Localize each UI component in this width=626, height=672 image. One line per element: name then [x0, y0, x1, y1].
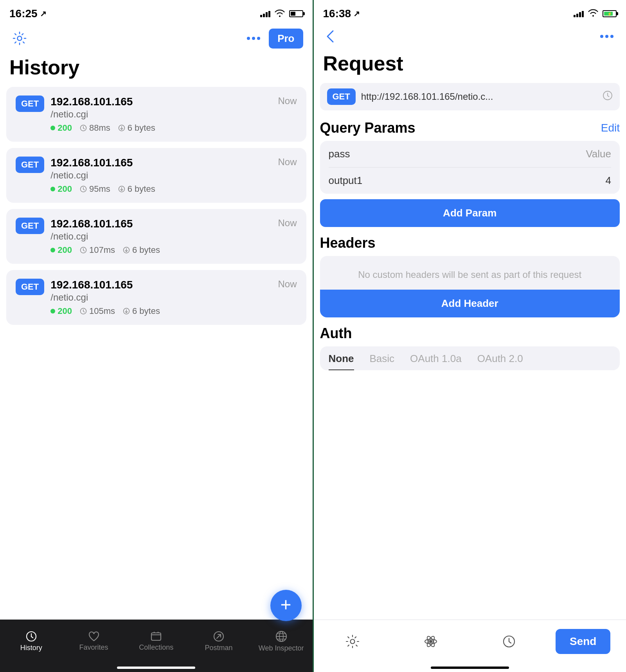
- size-icon-3: [123, 247, 130, 254]
- left-tab-bar: History Favorites Collections Postman: [0, 620, 313, 667]
- url-history-icon[interactable]: [603, 90, 613, 103]
- right-battery-icon: ⚡: [603, 10, 617, 17]
- back-chevron-icon: [326, 30, 334, 43]
- more-options-button[interactable]: [244, 34, 263, 43]
- tab-web-inspector[interactable]: Web Inspector: [250, 623, 313, 659]
- auth-tab-oauth1[interactable]: OAuth 1.0a: [410, 353, 462, 370]
- signal-bar-1: [260, 15, 262, 17]
- card-ip-4: 192.168.101.165: [50, 279, 133, 291]
- auth-tabs: None Basic OAuth 1.0a OAuth 2.0: [320, 346, 620, 370]
- right-location-icon: ↗: [353, 9, 360, 18]
- history-item-2[interactable]: GET 192.168.101.165 Now /netio.cgi 200 9…: [6, 148, 306, 203]
- tab-collections[interactable]: Collections: [125, 623, 187, 659]
- param-value-pass: Value: [586, 148, 611, 160]
- atom-toolbar-button[interactable]: [392, 634, 470, 649]
- param-row-output1[interactable]: output1 4: [320, 168, 620, 194]
- postman-tab-icon: [213, 631, 225, 642]
- left-status-icons: [260, 9, 303, 19]
- history-list: GET 192.168.101.165 Now /netio.cgi 200 8…: [0, 87, 313, 620]
- auth-tab-basic[interactable]: Basic: [370, 353, 395, 370]
- svg-point-15: [351, 639, 355, 643]
- headers-title: Headers: [320, 235, 376, 251]
- settings-toolbar-button[interactable]: [314, 634, 392, 649]
- signal-bar-4: [268, 11, 270, 17]
- pro-button[interactable]: Pro: [269, 29, 303, 49]
- history-toolbar-icon: [502, 634, 516, 649]
- tab-history-label: History: [20, 644, 42, 652]
- query-params-section: Query Params Edit pass Value output1 4 A…: [314, 120, 626, 227]
- query-params-edit-button[interactable]: Edit: [601, 122, 620, 134]
- tab-history[interactable]: History: [0, 623, 63, 659]
- auth-header: Auth: [320, 325, 620, 342]
- settings-toolbar-icon: [345, 634, 360, 649]
- param-row-pass[interactable]: pass Value: [320, 141, 620, 167]
- right-wifi-icon: [588, 8, 599, 19]
- send-button-container[interactable]: Send: [548, 629, 626, 654]
- clock-icon-2: [80, 186, 87, 193]
- left-wifi-icon: [274, 9, 285, 19]
- card-time-1: Now: [278, 95, 297, 106]
- card-stats-1: 200 88ms 6 bytes: [50, 123, 297, 133]
- left-header: Pro: [0, 25, 313, 52]
- settings-button[interactable]: [9, 28, 30, 49]
- tab-postman[interactable]: Postman: [187, 623, 250, 659]
- right-signal-bar-4: [582, 11, 584, 17]
- plus-icon: +: [280, 595, 291, 614]
- url-method-badge: GET: [327, 88, 356, 105]
- auth-title: Auth: [320, 325, 352, 342]
- back-button[interactable]: [323, 28, 337, 45]
- tab-web-inspector-label: Web Inspector: [259, 644, 304, 652]
- page-title: History: [0, 52, 313, 87]
- left-time: 16:25 ↗: [9, 7, 47, 20]
- request-scroll-area[interactable]: GET http://192.168.101.165/netio.c... Qu…: [314, 83, 626, 620]
- history-item-4[interactable]: GET 192.168.101.165 Now /netio.cgi 200 1…: [6, 270, 306, 325]
- clock-icon-1: [80, 124, 87, 132]
- right-toolbar: Send: [314, 620, 626, 667]
- card-stats-2: 200 95ms 6 bytes: [50, 184, 297, 194]
- right-panel: 16:38 ↗ ⚡: [314, 0, 626, 672]
- right-home-indicator-bar: [314, 667, 626, 672]
- size-icon-1: [118, 124, 125, 132]
- card-content-4: 192.168.101.165 Now /netio.cgi 200 105ms…: [50, 279, 297, 316]
- card-path-4: /netio.cgi: [50, 292, 297, 303]
- signal-bar-2: [263, 14, 265, 17]
- right-time: 16:38 ↗: [323, 7, 360, 20]
- request-page-title: Request: [314, 48, 626, 83]
- tab-favorites-label: Favorites: [79, 643, 108, 652]
- no-headers-message: No custom headers will be sent as part o…: [320, 256, 620, 290]
- history-toolbar-button[interactable]: [470, 634, 548, 649]
- card-time-3: Now: [278, 218, 297, 229]
- add-header-button[interactable]: Add Header: [320, 290, 620, 317]
- left-time-text: 16:25: [9, 7, 38, 20]
- right-signal-bar-3: [579, 12, 581, 17]
- tab-favorites[interactable]: Favorites: [63, 623, 125, 659]
- svg-point-16: [429, 640, 432, 643]
- method-badge-1: GET: [16, 95, 44, 112]
- web-inspector-tab-icon: [275, 630, 288, 643]
- atom-toolbar-icon: [424, 634, 438, 649]
- auth-tab-none[interactable]: None: [329, 353, 354, 370]
- size-icon-2: [118, 186, 125, 193]
- right-status-icons: ⚡: [574, 8, 617, 19]
- right-more-options-button[interactable]: [597, 32, 617, 41]
- add-request-button[interactable]: +: [270, 590, 302, 621]
- card-time-4: Now: [278, 279, 297, 290]
- add-param-button[interactable]: Add Param: [320, 199, 620, 227]
- auth-tab-oauth2[interactable]: OAuth 2.0: [477, 353, 523, 370]
- query-params-header: Query Params Edit: [320, 120, 620, 136]
- tab-collections-label: Collections: [139, 643, 173, 652]
- url-bar[interactable]: GET http://192.168.101.165/netio.c...: [320, 83, 620, 110]
- collections-tab-icon: [150, 631, 162, 642]
- left-battery-fill: [291, 12, 296, 16]
- send-button[interactable]: Send: [556, 629, 610, 654]
- favorites-tab-icon: [88, 631, 100, 642]
- history-item-1[interactable]: GET 192.168.101.165 Now /netio.cgi 200 8…: [6, 87, 306, 142]
- svg-point-0: [18, 36, 22, 41]
- left-battery-icon: [289, 10, 303, 17]
- card-content-1: 192.168.101.165 Now /netio.cgi 200 88ms …: [50, 95, 297, 133]
- left-home-indicator: [117, 667, 195, 669]
- params-card: pass Value output1 4: [320, 141, 620, 194]
- history-tab-icon: [25, 631, 37, 642]
- card-ip-2: 192.168.101.165: [50, 157, 133, 169]
- history-item-3[interactable]: GET 192.168.101.165 Now /netio.cgi 200 1…: [6, 209, 306, 264]
